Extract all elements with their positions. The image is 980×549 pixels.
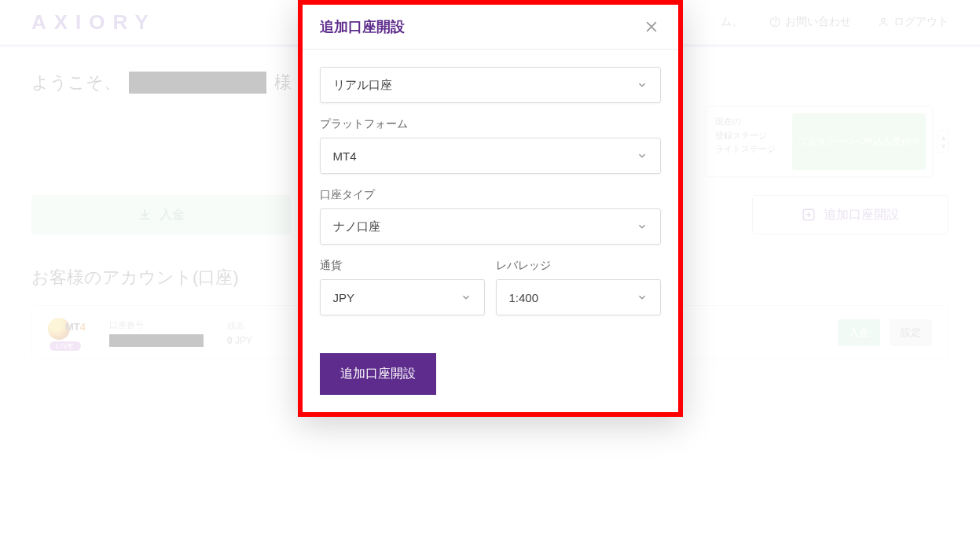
account-type-select[interactable]: ナノ口座 bbox=[320, 208, 661, 245]
chevron-down-icon bbox=[637, 79, 648, 90]
chevron-down-icon bbox=[637, 292, 648, 303]
currency-label: 通貨 bbox=[320, 259, 485, 273]
chevron-down-icon bbox=[461, 292, 472, 303]
account-type-value: ナノ口座 bbox=[333, 219, 380, 234]
account-mode-value: リアル口座 bbox=[333, 78, 392, 93]
leverage-label: レバレッジ bbox=[496, 259, 661, 273]
platform-label: プラットフォーム bbox=[320, 117, 661, 131]
platform-value: MT4 bbox=[333, 149, 357, 163]
currency-select[interactable]: JPY bbox=[320, 279, 485, 315]
account-type-label: 口座タイプ bbox=[320, 188, 661, 202]
modal-title: 追加口座開設 bbox=[320, 17, 405, 36]
leverage-select[interactable]: 1:400 bbox=[496, 279, 661, 315]
close-icon bbox=[644, 19, 659, 35]
add-account-modal: 追加口座開設 リアル口座 プラットフォーム MT4 口座タイプ bbox=[298, 0, 683, 417]
chevron-down-icon bbox=[637, 150, 648, 161]
modal-submit-button[interactable]: 追加口座開設 bbox=[320, 353, 436, 395]
chevron-down-icon bbox=[637, 221, 648, 232]
currency-value: JPY bbox=[333, 291, 355, 304]
leverage-value: 1:400 bbox=[509, 291, 539, 304]
platform-select[interactable]: MT4 bbox=[320, 138, 661, 174]
account-mode-select[interactable]: リアル口座 bbox=[320, 67, 661, 103]
modal-close-button[interactable] bbox=[642, 17, 661, 36]
